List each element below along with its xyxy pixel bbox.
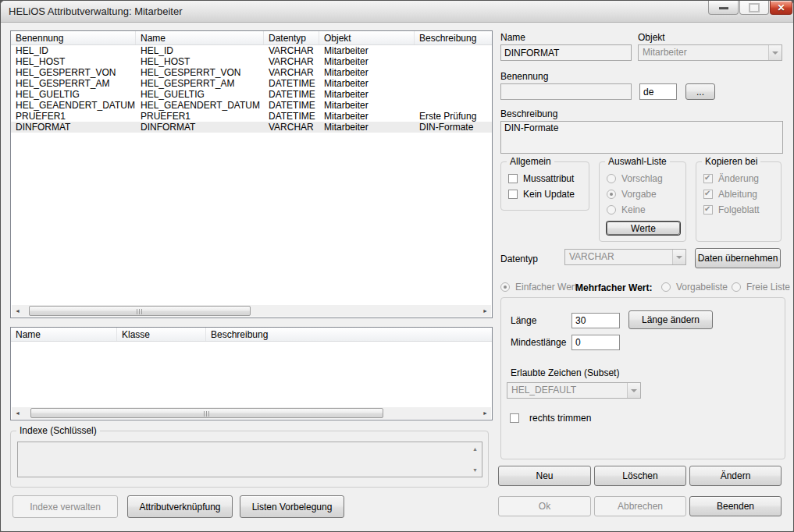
folgeblatt-label: Folgeblatt — [718, 204, 760, 215]
browse-translations-button[interactable]: ... — [685, 83, 715, 100]
laenge-aendern-button[interactable]: Länge ändern — [628, 310, 713, 329]
attribute-row[interactable]: HEL_GESPERRT_VONHEL_GESPERRT_VONVARCHARM… — [11, 67, 492, 78]
attribute-cell: Mitarbeiter — [319, 100, 415, 111]
scroll-down-icon[interactable]: ▼ — [470, 465, 480, 475]
scroll-right-icon[interactable]: ► — [479, 407, 491, 419]
loeschen-button[interactable]: Löschen — [594, 466, 686, 486]
attribute-cell: HEL_GEAENDERT_DATUM — [11, 100, 136, 111]
attribute-management-window: HELiOS Attributverwaltung: Mitarbeiter B… — [0, 0, 794, 532]
erlaubte-zeichen-combobox: HEL_DEFAULT — [507, 382, 641, 399]
auswahl-liste-groupbox: Auswahl-Liste Vorschlag Vorgabe Keine We… — [599, 161, 686, 242]
wert-einstellungen-groupbox: Länge Länge ändern Mindestlänge Erlaubte… — [500, 297, 785, 459]
attribute-cell: VARCHAR — [264, 122, 319, 133]
datentyp-label: Datentyp — [500, 254, 538, 264]
attribute-cell: HEL_ID — [11, 45, 136, 56]
benennung-input[interactable] — [500, 83, 632, 100]
attributverknuepfung-button[interactable]: Attributverknüpfung — [127, 495, 233, 518]
attribute-cell: Mitarbeiter — [319, 78, 415, 89]
close-button[interactable] — [770, 1, 792, 15]
attributes-table-body: HEL_IDHEL_IDVARCHARMitarbeiterHEL_HOSTHE… — [11, 45, 492, 133]
scroll-right-icon[interactable]: ► — [479, 305, 491, 317]
daten-uebernehmen-button[interactable]: Daten übernehmen — [695, 248, 781, 268]
scrollbar-thumb[interactable] — [30, 408, 383, 418]
beschreibung-label: Beschreibung — [500, 108, 557, 119]
keine-radio — [607, 205, 616, 215]
mussattribut-checkbox-row[interactable]: Mussattribut — [508, 173, 574, 184]
aendern-button[interactable]: Ändern — [689, 466, 782, 486]
attribute-row[interactable]: HEL_GEAENDERT_DATUMHEL_GEAENDERT_DATUMDA… — [11, 100, 492, 111]
objekt-combobox: Mitarbeiter — [638, 44, 782, 61]
window-title: HELiOS Attributverwaltung: Mitarbeiter — [9, 5, 183, 17]
attributes-table-header: Benennung Name Datentyp Objekt Beschreib… — [11, 31, 492, 45]
attribute-cell: PRUEFER1 — [136, 111, 264, 122]
column-header-name[interactable]: Name — [136, 31, 264, 44]
aenderung-label: Änderung — [718, 173, 759, 184]
chevron-down-icon — [768, 45, 782, 60]
column-header-klasse[interactable]: Klasse — [117, 328, 206, 341]
attribute-cell: HEL_HOST — [11, 56, 136, 67]
mussattribut-checkbox[interactable] — [508, 174, 518, 183]
attribute-cell: Mitarbeiter — [319, 56, 415, 67]
mindestlaenge-input[interactable] — [571, 335, 620, 350]
attributes-table-hscrollbar[interactable]: ◄ ► — [12, 305, 491, 317]
ableitung-checkbox-row: Ableitung — [703, 189, 757, 200]
einfacher-wert-radio — [500, 282, 510, 292]
column-header-name[interactable]: Name — [11, 328, 117, 341]
attribute-row[interactable]: HEL_IDHEL_IDVARCHARMitarbeiter — [11, 45, 492, 56]
attribute-row[interactable]: PRUEFER1PRUEFER1DATETIMEMitarbeiterErste… — [11, 111, 492, 122]
ableitung-checkbox — [703, 190, 713, 199]
minimize-button[interactable] — [708, 1, 739, 15]
einfacher-wert-radio-row: Einfacher Wert — [500, 282, 577, 293]
scroll-up-icon[interactable]: ▲ — [470, 444, 480, 454]
attribute-row[interactable]: HEL_GESPERRT_AMHEL_GESPERRT_AMDATETIMEMi… — [11, 78, 492, 89]
kein-update-checkbox[interactable] — [508, 190, 518, 199]
attribute-cell: Mitarbeiter — [319, 67, 415, 78]
beenden-button[interactable]: Beenden — [689, 496, 782, 516]
neu-button[interactable]: Neu — [498, 466, 591, 486]
laenge-label: Länge — [511, 315, 536, 326]
attribute-cell: Erste Prüfung — [415, 111, 492, 122]
column-header-beschreibung[interactable]: Beschreibung — [415, 31, 492, 44]
attribute-cell: VARCHAR — [264, 56, 319, 67]
attribute-cell: HEL_GUELTIG — [11, 89, 136, 100]
einfacher-wert-label: Einfacher Wert — [515, 282, 577, 293]
language-input[interactable] — [639, 83, 677, 100]
allgemein-group-title: Allgemein — [507, 156, 554, 167]
werte-button[interactable]: Werte — [607, 222, 680, 235]
kein-update-checkbox-row[interactable]: Kein Update — [508, 189, 575, 200]
rechts-trimmen-checkbox-row[interactable]: rechts trimmen — [510, 413, 591, 424]
column-header-datentyp[interactable]: Datentyp — [264, 31, 319, 44]
aenderung-checkbox-row: Änderung — [703, 173, 759, 184]
attribute-row[interactable]: HEL_HOSTHEL_HOSTVARCHARMitarbeiter — [11, 56, 492, 67]
indexes-textarea[interactable]: ▲ ▼ — [17, 442, 482, 477]
scroll-left-icon[interactable]: ◄ — [12, 407, 23, 419]
column-header-objekt[interactable]: Objekt — [319, 31, 415, 44]
freie-liste-label: Freie Liste — [746, 282, 790, 293]
scroll-left-icon[interactable]: ◄ — [12, 305, 23, 317]
title-bar: HELiOS Attributverwaltung: Mitarbeiter — [1, 1, 793, 23]
column-header-beschreibung[interactable]: Beschreibung — [206, 328, 492, 341]
classes-table-hscrollbar[interactable]: ◄ ► — [12, 407, 491, 419]
scrollbar-thumb[interactable] — [29, 306, 251, 316]
abbrechen-button: Abbrechen — [594, 496, 686, 516]
listen-vorbelegung-button[interactable]: Listen Vorbelegung — [240, 495, 344, 518]
rechts-trimmen-checkbox[interactable] — [510, 413, 519, 423]
attribute-cell: DIN-Formate — [415, 122, 492, 133]
attribute-row[interactable]: DINFORMATDINFORMATVARCHARMitarbeiterDIN-… — [11, 122, 492, 133]
laenge-input[interactable] — [571, 313, 620, 328]
classes-table: Name Klasse Beschreibung ◄ ► — [10, 327, 493, 420]
attribute-cell: DATETIME — [264, 78, 319, 89]
mussattribut-label: Mussattribut — [523, 173, 574, 184]
vorgabeliste-radio-row: Vorgabeliste — [661, 282, 728, 293]
attribute-cell: HEL_HOST — [136, 56, 264, 67]
beschreibung-textarea[interactable]: DIN-Formate — [500, 121, 783, 154]
attribute-row[interactable]: HEL_GUELTIGHEL_GUELTIGDATETIMEMitarbeite… — [11, 89, 492, 100]
indexes-groupbox: Indexe (Schlüssel) ▲ ▼ — [10, 431, 489, 488]
attribute-cell: HEL_GESPERRT_AM — [11, 78, 136, 89]
folgeblatt-checkbox-row: Folgeblatt — [703, 204, 760, 215]
attribute-cell — [415, 45, 492, 56]
vorschlag-radio-row: Vorschlag — [607, 173, 663, 184]
column-header-benennung[interactable]: Benennung — [11, 31, 136, 44]
indexes-group-title: Indexe (Schlüssel) — [16, 425, 100, 436]
name-input[interactable] — [500, 44, 632, 61]
